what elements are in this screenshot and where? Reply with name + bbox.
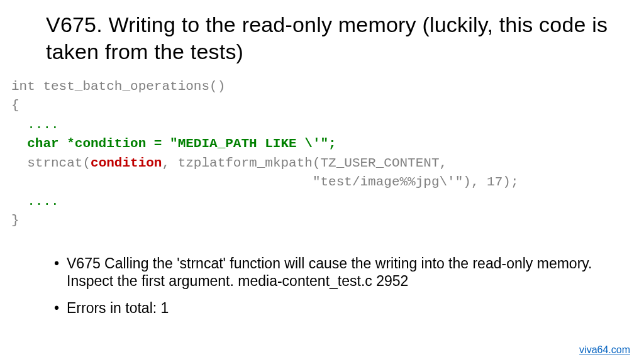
bullet-list: V675 Calling the 'strncat' function will…: [54, 255, 601, 317]
code-line: ....: [11, 194, 59, 209]
code-line: {: [11, 98, 19, 112]
code-line: int test_batch_operations(): [11, 79, 225, 94]
bullet-item: V675 Calling the 'strncat' function will…: [54, 255, 601, 291]
footer-link[interactable]: viva64.com: [579, 344, 630, 356]
code-line: "test/image%%jpg\'"), 17);: [11, 175, 519, 189]
code-line: ....: [11, 118, 59, 132]
bullet-item: Errors in total: 1: [54, 299, 601, 317]
code-line: }: [11, 213, 19, 228]
code-line: char *condition =: [11, 136, 170, 151]
code-arg: condition: [91, 156, 162, 170]
code-line: , tzplatform_mkpath(TZ_USER_CONTENT,: [162, 156, 447, 170]
code-string: "MEDIA_PATH LIKE \'": [170, 136, 328, 151]
code-line: ;: [328, 136, 336, 151]
slide-title: V675. Writing to the read-only memory (l…: [46, 11, 633, 65]
code-block: int test_batch_operations() { .... char …: [11, 77, 633, 231]
code-line: strncat(: [11, 156, 91, 170]
